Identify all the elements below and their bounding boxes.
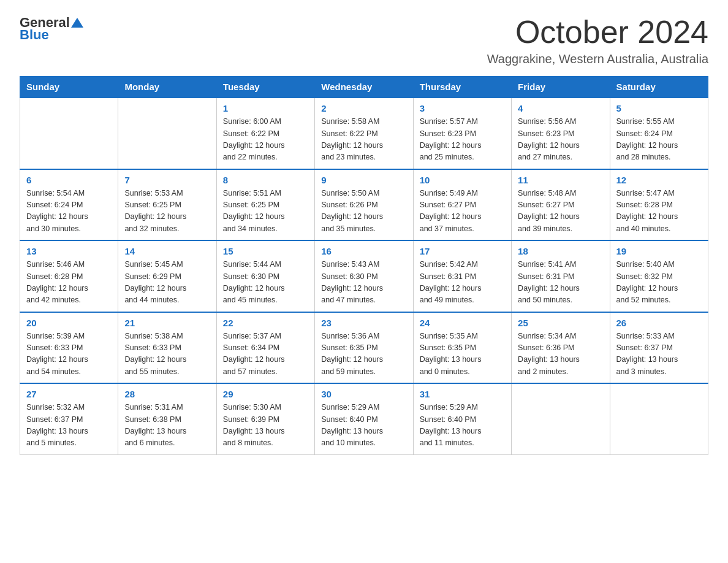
day-info: Sunrise: 5:46 AM Sunset: 6:28 PM Dayligh…	[26, 259, 112, 307]
day-number: 8	[223, 175, 308, 185]
calendar-cell: 3Sunrise: 5:57 AM Sunset: 6:23 PM Daylig…	[413, 98, 511, 169]
day-number: 22	[223, 318, 308, 328]
day-info: Sunrise: 5:32 AM Sunset: 6:37 PM Dayligh…	[26, 402, 112, 450]
calendar-cell: 19Sunrise: 5:40 AM Sunset: 6:32 PM Dayli…	[610, 240, 708, 312]
header-friday: Friday	[512, 77, 610, 98]
calendar-cell: 16Sunrise: 5:43 AM Sunset: 6:30 PM Dayli…	[315, 240, 413, 312]
calendar-cell: 26Sunrise: 5:33 AM Sunset: 6:37 PM Dayli…	[610, 312, 708, 384]
day-info: Sunrise: 5:38 AM Sunset: 6:33 PM Dayligh…	[124, 331, 210, 378]
day-info: Sunrise: 5:41 AM Sunset: 6:31 PM Dayligh…	[518, 259, 603, 307]
calendar-cell: 13Sunrise: 5:46 AM Sunset: 6:28 PM Dayli…	[20, 240, 118, 312]
calendar-cell: 5Sunrise: 5:55 AM Sunset: 6:24 PM Daylig…	[610, 98, 708, 169]
week-row-2: 6Sunrise: 5:54 AM Sunset: 6:24 PM Daylig…	[20, 169, 708, 241]
calendar-cell: 15Sunrise: 5:44 AM Sunset: 6:30 PM Dayli…	[216, 240, 314, 312]
location-subtitle: Waggrakine, Western Australia, Australia	[487, 52, 708, 66]
day-number: 29	[223, 389, 308, 399]
day-info: Sunrise: 5:56 AM Sunset: 6:23 PM Dayligh…	[518, 116, 603, 164]
day-number: 20	[26, 318, 112, 328]
calendar-cell: 9Sunrise: 5:50 AM Sunset: 6:26 PM Daylig…	[315, 169, 413, 241]
day-number: 24	[420, 318, 505, 328]
calendar-cell: 11Sunrise: 5:48 AM Sunset: 6:27 PM Dayli…	[512, 169, 610, 241]
week-row-5: 27Sunrise: 5:32 AM Sunset: 6:37 PM Dayli…	[20, 383, 708, 454]
calendar-cell: 28Sunrise: 5:31 AM Sunset: 6:38 PM Dayli…	[118, 383, 216, 454]
calendar-cell: 25Sunrise: 5:34 AM Sunset: 6:36 PM Dayli…	[512, 312, 610, 384]
header-tuesday: Tuesday	[216, 77, 314, 98]
day-info: Sunrise: 5:58 AM Sunset: 6:22 PM Dayligh…	[321, 116, 406, 164]
day-number: 2	[321, 103, 406, 113]
calendar-cell: 12Sunrise: 5:47 AM Sunset: 6:28 PM Dayli…	[610, 169, 708, 241]
day-number: 30	[321, 389, 406, 399]
day-number: 25	[518, 318, 603, 328]
day-info: Sunrise: 5:40 AM Sunset: 6:32 PM Dayligh…	[616, 259, 702, 307]
day-number: 1	[223, 103, 308, 113]
day-number: 13	[26, 246, 112, 256]
day-number: 23	[321, 318, 406, 328]
day-info: Sunrise: 5:50 AM Sunset: 6:26 PM Dayligh…	[321, 188, 406, 236]
calendar-cell: 27Sunrise: 5:32 AM Sunset: 6:37 PM Dayli…	[20, 383, 118, 454]
day-number: 27	[26, 389, 112, 399]
day-number: 26	[616, 318, 702, 328]
day-info: Sunrise: 5:34 AM Sunset: 6:36 PM Dayligh…	[518, 331, 603, 378]
day-number: 5	[616, 103, 702, 113]
day-number: 28	[124, 389, 210, 399]
day-info: Sunrise: 5:57 AM Sunset: 6:23 PM Dayligh…	[420, 116, 505, 164]
calendar-cell: 17Sunrise: 5:42 AM Sunset: 6:31 PM Dayli…	[413, 240, 511, 312]
header-thursday: Thursday	[413, 77, 511, 98]
svg-marker-0	[71, 18, 83, 28]
calendar-cell	[118, 98, 216, 169]
day-number: 12	[616, 175, 702, 185]
calendar-cell	[610, 383, 708, 454]
header-sunday: Sunday	[20, 77, 118, 98]
day-info: Sunrise: 5:44 AM Sunset: 6:30 PM Dayligh…	[223, 259, 308, 307]
day-number: 17	[420, 246, 505, 256]
calendar-cell	[512, 383, 610, 454]
calendar-table: SundayMondayTuesdayWednesdayThursdayFrid…	[20, 76, 708, 455]
calendar-cell: 18Sunrise: 5:41 AM Sunset: 6:31 PM Dayli…	[512, 240, 610, 312]
month-title: October 2024	[487, 15, 708, 50]
day-info: Sunrise: 5:39 AM Sunset: 6:33 PM Dayligh…	[26, 331, 112, 378]
day-info: Sunrise: 5:43 AM Sunset: 6:30 PM Dayligh…	[321, 259, 406, 307]
day-number: 3	[420, 103, 505, 113]
day-info: Sunrise: 5:51 AM Sunset: 6:25 PM Dayligh…	[223, 188, 308, 236]
page-header: General Blue October 2024 Waggrakine, We…	[20, 15, 708, 66]
calendar-cell: 8Sunrise: 5:51 AM Sunset: 6:25 PM Daylig…	[216, 169, 314, 241]
day-info: Sunrise: 6:00 AM Sunset: 6:22 PM Dayligh…	[223, 116, 308, 164]
day-number: 6	[26, 175, 112, 185]
calendar-cell	[20, 98, 118, 169]
day-info: Sunrise: 5:54 AM Sunset: 6:24 PM Dayligh…	[26, 188, 112, 236]
day-info: Sunrise: 5:42 AM Sunset: 6:31 PM Dayligh…	[420, 259, 505, 307]
day-info: Sunrise: 5:47 AM Sunset: 6:28 PM Dayligh…	[616, 188, 702, 236]
day-number: 10	[420, 175, 505, 185]
calendar-cell: 1Sunrise: 6:00 AM Sunset: 6:22 PM Daylig…	[216, 98, 314, 169]
day-number: 14	[124, 246, 210, 256]
day-info: Sunrise: 5:31 AM Sunset: 6:38 PM Dayligh…	[124, 402, 210, 450]
calendar-cell: 30Sunrise: 5:29 AM Sunset: 6:40 PM Dayli…	[315, 383, 413, 454]
calendar-cell: 7Sunrise: 5:53 AM Sunset: 6:25 PM Daylig…	[118, 169, 216, 241]
day-info: Sunrise: 5:37 AM Sunset: 6:34 PM Dayligh…	[223, 331, 308, 378]
day-number: 11	[518, 175, 603, 185]
day-number: 7	[124, 175, 210, 185]
calendar-cell: 2Sunrise: 5:58 AM Sunset: 6:22 PM Daylig…	[315, 98, 413, 169]
calendar-cell: 14Sunrise: 5:45 AM Sunset: 6:29 PM Dayli…	[118, 240, 216, 312]
logo-triangle-icon	[71, 17, 83, 29]
week-row-1: 1Sunrise: 6:00 AM Sunset: 6:22 PM Daylig…	[20, 98, 708, 169]
day-number: 18	[518, 246, 603, 256]
day-number: 16	[321, 246, 406, 256]
title-block: October 2024 Waggrakine, Western Austral…	[487, 15, 708, 66]
day-info: Sunrise: 5:48 AM Sunset: 6:27 PM Dayligh…	[518, 188, 603, 236]
day-info: Sunrise: 5:35 AM Sunset: 6:35 PM Dayligh…	[420, 331, 505, 378]
day-number: 15	[223, 246, 308, 256]
day-number: 9	[321, 175, 406, 185]
calendar-cell: 24Sunrise: 5:35 AM Sunset: 6:35 PM Dayli…	[413, 312, 511, 384]
calendar-cell: 29Sunrise: 5:30 AM Sunset: 6:39 PM Dayli…	[216, 383, 314, 454]
week-row-3: 13Sunrise: 5:46 AM Sunset: 6:28 PM Dayli…	[20, 240, 708, 312]
day-info: Sunrise: 5:49 AM Sunset: 6:27 PM Dayligh…	[420, 188, 505, 236]
day-number: 31	[420, 389, 505, 399]
calendar-cell: 10Sunrise: 5:49 AM Sunset: 6:27 PM Dayli…	[413, 169, 511, 241]
day-info: Sunrise: 5:29 AM Sunset: 6:40 PM Dayligh…	[420, 402, 505, 450]
calendar-cell: 6Sunrise: 5:54 AM Sunset: 6:24 PM Daylig…	[20, 169, 118, 241]
logo-blue-text: Blue	[20, 27, 49, 43]
day-info: Sunrise: 5:55 AM Sunset: 6:24 PM Dayligh…	[616, 116, 702, 164]
day-info: Sunrise: 5:36 AM Sunset: 6:35 PM Dayligh…	[321, 331, 406, 378]
header-saturday: Saturday	[610, 77, 708, 98]
